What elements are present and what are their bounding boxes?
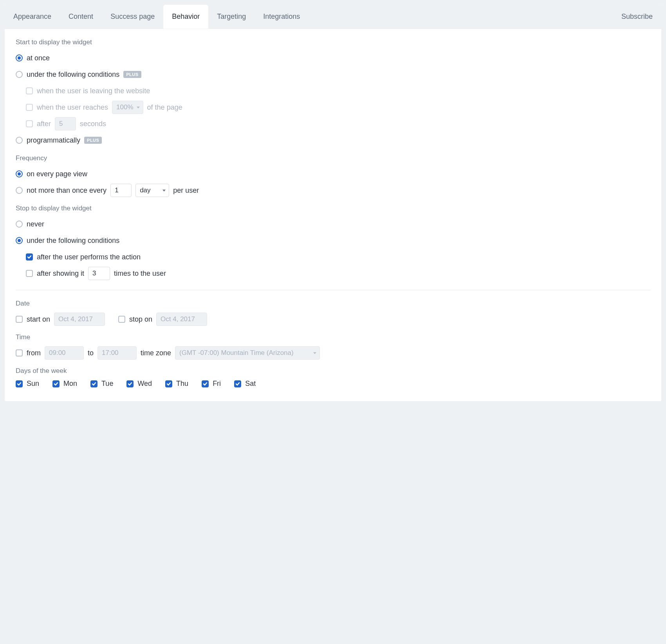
- tab-integrations[interactable]: Integrations: [254, 5, 309, 29]
- stop-section-title: Stop to display the widget: [16, 204, 650, 212]
- checkbox-leaving[interactable]: [26, 87, 33, 94]
- checkbox-day-wed[interactable]: [126, 380, 134, 387]
- label-time-from: from: [27, 349, 41, 357]
- label-reaches-post: of the page: [147, 103, 182, 112]
- checkbox-day-tue[interactable]: [90, 380, 97, 387]
- checkbox-stop-on[interactable]: [118, 316, 125, 323]
- radio-stop-conditions[interactable]: [16, 237, 23, 244]
- plus-badge: PLUS: [123, 71, 141, 78]
- label-after-showing-post: times to the user: [114, 270, 166, 278]
- label-after-pre: after: [37, 120, 51, 128]
- tabs-bar: Appearance Content Success page Behavior…: [5, 5, 661, 29]
- days-row: Sun Mon Tue Wed Thu Fri: [16, 380, 650, 388]
- select-reaches-pct[interactable]: 100%: [112, 101, 143, 114]
- label-day-mon: Mon: [63, 380, 77, 388]
- input-stop-date[interactable]: [156, 313, 207, 326]
- label-not-more-post: per user: [173, 186, 199, 195]
- label-reaches-pre: when the user reaches: [37, 103, 108, 112]
- input-after-showing-count[interactable]: [88, 267, 110, 280]
- tab-behavior[interactable]: Behavior: [163, 5, 208, 29]
- label-time-to: to: [88, 349, 94, 357]
- checkbox-after-action[interactable]: [26, 253, 33, 260]
- checkbox-time-from[interactable]: [16, 349, 23, 356]
- radio-under-conditions[interactable]: [16, 71, 23, 78]
- checkbox-day-fri[interactable]: [202, 380, 209, 387]
- date-section-title: Date: [16, 300, 650, 308]
- label-stop-on: stop on: [129, 315, 152, 324]
- divider: [16, 290, 650, 290]
- start-section-title: Start to display the widget: [16, 38, 650, 46]
- settings-content: Start to display the widget at once unde…: [5, 29, 661, 401]
- checkbox-day-sun[interactable]: [16, 380, 23, 387]
- select-timezone-value: (GMT -07:00) Mountain Time (Arizona): [179, 349, 310, 357]
- tab-content[interactable]: Content: [60, 5, 102, 29]
- input-after-seconds[interactable]: [55, 117, 76, 130]
- label-day-tue: Tue: [101, 380, 113, 388]
- input-time-to[interactable]: [97, 346, 137, 360]
- label-leaving: when the user is leaving the website: [37, 87, 150, 95]
- tab-subscribe[interactable]: Subscribe: [613, 5, 661, 29]
- tab-targeting[interactable]: Targeting: [208, 5, 254, 29]
- label-timezone: time zone: [141, 349, 171, 357]
- checkbox-day-mon[interactable]: [52, 380, 60, 387]
- label-start-on: start on: [27, 315, 50, 324]
- tab-appearance[interactable]: Appearance: [5, 5, 60, 29]
- plus-badge-2: PLUS: [84, 137, 102, 144]
- tab-success-page[interactable]: Success page: [102, 5, 163, 29]
- label-day-sun: Sun: [27, 380, 39, 388]
- label-never: never: [27, 220, 44, 228]
- checkbox-reaches[interactable]: [26, 104, 33, 111]
- input-frequency-count[interactable]: [110, 184, 132, 197]
- input-time-from[interactable]: [45, 346, 84, 360]
- label-at-once: at once: [27, 54, 50, 62]
- frequency-section-title: Frequency: [16, 154, 650, 162]
- radio-programmatically[interactable]: [16, 137, 23, 144]
- select-reaches-value: 100%: [116, 103, 133, 111]
- behavior-settings-panel: Appearance Content Success page Behavior…: [5, 5, 661, 401]
- radio-every-page[interactable]: [16, 170, 23, 177]
- checkbox-start-on[interactable]: [16, 316, 23, 323]
- label-day-sat: Sat: [245, 380, 256, 388]
- checkbox-day-thu[interactable]: [165, 380, 172, 387]
- label-day-thu: Thu: [176, 380, 188, 388]
- days-section-title: Days of the week: [16, 367, 650, 375]
- label-after-showing-pre: after showing it: [37, 270, 84, 278]
- chevron-down-icon: [137, 107, 140, 109]
- time-section-title: Time: [16, 333, 650, 341]
- select-timezone[interactable]: (GMT -07:00) Mountain Time (Arizona): [175, 346, 320, 360]
- label-after-post: seconds: [80, 120, 106, 128]
- checkbox-after-seconds[interactable]: [26, 120, 33, 127]
- input-start-date[interactable]: [54, 313, 105, 326]
- chevron-down-icon: [162, 190, 166, 192]
- label-day-wed: Wed: [137, 380, 152, 388]
- chevron-down-icon: [313, 352, 316, 354]
- radio-never[interactable]: [16, 221, 23, 228]
- select-frequency-unit-value: day: [140, 186, 159, 194]
- checkbox-day-sat[interactable]: [234, 380, 241, 387]
- label-not-more-pre: not more than once every: [27, 186, 106, 195]
- radio-at-once[interactable]: [16, 54, 23, 62]
- label-programmatically: programmatically: [27, 136, 80, 145]
- checkbox-after-showing[interactable]: [26, 270, 33, 277]
- label-after-action: after the user performs the action: [37, 253, 141, 261]
- label-day-fri: Fri: [213, 380, 221, 388]
- label-every-page: on every page view: [27, 170, 87, 178]
- radio-not-more[interactable]: [16, 187, 23, 194]
- select-frequency-unit[interactable]: day: [135, 184, 169, 197]
- label-under-conditions: under the following conditions: [27, 71, 119, 79]
- label-stop-conditions: under the following conditions: [27, 237, 119, 245]
